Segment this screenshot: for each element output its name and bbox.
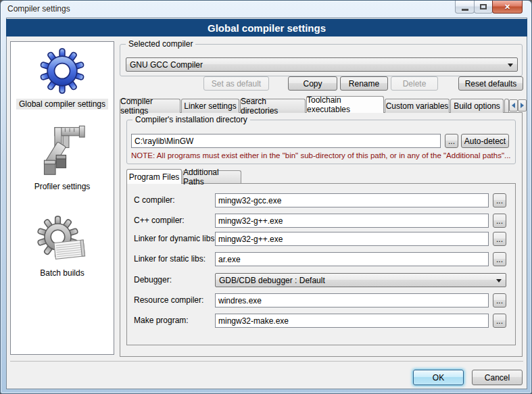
close-button[interactable]: ✕ (492, 1, 523, 14)
sidebar-item-profiler-settings[interactable]: Profiler settings (11, 123, 114, 192)
cpp-compiler-label: C++ compiler: (134, 214, 185, 228)
cpp-compiler-input[interactable] (215, 214, 489, 228)
sidebar-item-label: Batch builds (37, 268, 87, 278)
static-linker-label: Linker for static libs: (134, 252, 205, 266)
tab-custom-variables[interactable]: Custom variables (385, 99, 450, 113)
minimize-icon (462, 9, 468, 11)
page-title: Global compiler settings (6, 19, 527, 36)
static-linker-browse-button[interactable]: ... (493, 252, 506, 266)
caliper-icon (38, 123, 87, 180)
tab-search-directories[interactable]: Search directories (240, 99, 306, 113)
installation-directory-group-label: Compiler's installation directory (132, 115, 250, 124)
dynamic-linker-browse-button[interactable]: ... (493, 232, 506, 246)
static-linker-input[interactable] (215, 252, 489, 266)
program-files-panel: C compiler: ... C++ compiler: ... Linker… (126, 183, 516, 345)
tab-linker-settings[interactable]: Linker settings (181, 99, 239, 113)
resource-compiler-input[interactable] (215, 293, 489, 307)
selected-compiler-group-label: Selected compiler (126, 39, 195, 49)
sidebar-item-label: Global compiler settings (16, 99, 108, 109)
window-controls: ✕ (456, 1, 523, 14)
tab-compiler-settings[interactable]: Compiler settings (120, 99, 180, 113)
debugger-label: Debugger: (134, 273, 172, 287)
close-icon: ✕ (504, 3, 510, 11)
dynamic-linker-input[interactable] (215, 232, 489, 246)
c-compiler-label: C compiler: (134, 193, 175, 207)
c-compiler-input[interactable] (215, 193, 489, 207)
compiler-settings-window: Compiler settings ✕ Global compiler sett… (0, 0, 532, 394)
reset-defaults-button[interactable]: Reset defaults (458, 76, 523, 91)
tab-scroll-right-button[interactable] (518, 99, 527, 112)
maximize-button[interactable] (474, 1, 493, 14)
settings-category-list: Global compiler settings (10, 41, 114, 355)
ok-button[interactable]: OK (413, 370, 464, 385)
resource-compiler-label: Resource compiler: (134, 293, 203, 307)
tab-scroll-left-button[interactable] (509, 99, 518, 112)
make-program-label: Make program: (134, 314, 189, 328)
installation-note: NOTE: All programs must exist either in … (131, 151, 511, 159)
maximize-icon (480, 4, 487, 9)
make-program-input[interactable] (215, 314, 489, 328)
window-title: Compiler settings (7, 4, 70, 14)
arrow-left-icon (512, 103, 515, 108)
blue-gear-icon (39, 45, 86, 97)
cancel-button[interactable]: Cancel (472, 370, 523, 385)
auto-detect-button[interactable]: Auto-detect (461, 134, 509, 148)
make-program-browse-button[interactable]: ... (493, 314, 506, 328)
set-as-default-button[interactable]: Set as default (203, 76, 269, 91)
installation-directory-browse-button[interactable]: ... (445, 134, 458, 148)
arrow-right-icon (521, 103, 524, 108)
tab-additional-paths[interactable]: Additional Paths (183, 170, 241, 183)
c-compiler-browse-button[interactable]: ... (493, 193, 506, 207)
gray-gear-stack-icon (37, 215, 87, 266)
debugger-dropdown[interactable]: GDB/CDB debugger : Default (215, 273, 506, 287)
delete-button[interactable]: Delete (391, 76, 438, 91)
cpp-compiler-browse-button[interactable]: ... (493, 214, 506, 228)
rename-button[interactable]: Rename (340, 76, 388, 91)
tab-toolchain-executables[interactable]: Toolchain executables (306, 96, 384, 113)
sidebar-item-batch-builds[interactable]: Batch builds (11, 215, 114, 278)
sidebar-item-label: Profiler settings (32, 181, 93, 192)
chevron-down-icon (508, 64, 513, 67)
selected-compiler-group: Selected compiler GNU GCC Compiler (120, 44, 523, 76)
resource-compiler-browse-button[interactable]: ... (493, 293, 506, 307)
installation-directory-input[interactable] (131, 134, 441, 148)
selected-compiler-dropdown[interactable]: GNU GCC Compiler (126, 57, 518, 72)
installation-directory-group: Compiler's installation directory ... Au… (126, 120, 516, 164)
sidebar-item-global-compiler-settings[interactable]: Global compiler settings (11, 45, 114, 109)
minimize-button[interactable] (455, 1, 475, 14)
tab-program-files[interactable]: Program Files (126, 169, 182, 184)
chevron-down-icon (496, 279, 502, 282)
tab-build-options[interactable]: Build options (450, 99, 504, 113)
tab-partial[interactable] (504, 99, 509, 112)
copy-button[interactable]: Copy (288, 76, 337, 91)
footer-separator (10, 361, 523, 362)
selected-compiler-value: GNU GCC Compiler (130, 60, 203, 70)
debugger-value: GDB/CDB debugger : Default (219, 276, 325, 285)
dynamic-linker-label: Linker for dynamic libs: (134, 232, 217, 246)
titlebar[interactable]: Compiler settings ✕ (1, 1, 532, 18)
